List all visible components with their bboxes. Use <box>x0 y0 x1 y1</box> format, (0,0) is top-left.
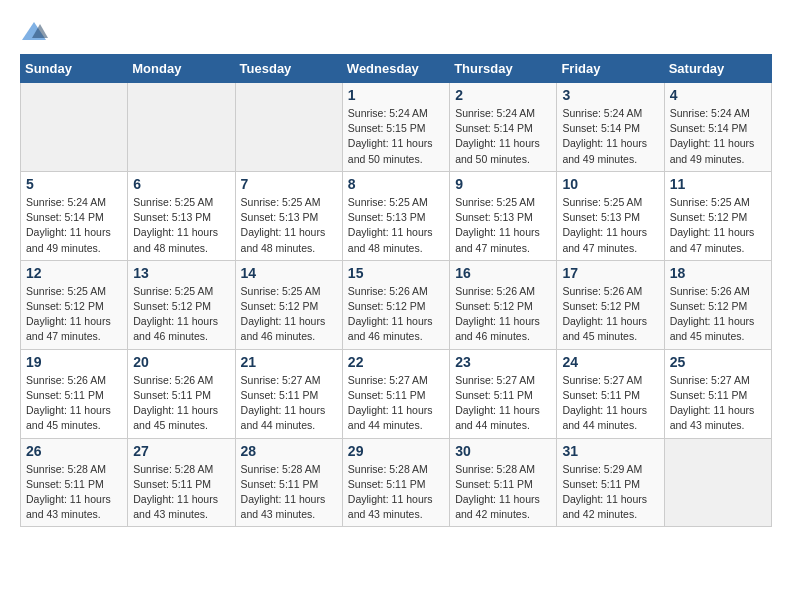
day-info: Sunrise: 5:26 AM Sunset: 5:12 PM Dayligh… <box>670 284 766 345</box>
calendar-cell <box>21 83 128 172</box>
calendar-cell: 14Sunrise: 5:25 AM Sunset: 5:12 PM Dayli… <box>235 260 342 349</box>
day-number: 12 <box>26 265 122 281</box>
day-number: 14 <box>241 265 337 281</box>
page-header <box>20 20 772 44</box>
day-number: 15 <box>348 265 444 281</box>
day-number: 19 <box>26 354 122 370</box>
calendar-cell: 16Sunrise: 5:26 AM Sunset: 5:12 PM Dayli… <box>450 260 557 349</box>
weekday-header: Friday <box>557 55 664 83</box>
calendar-cell: 27Sunrise: 5:28 AM Sunset: 5:11 PM Dayli… <box>128 438 235 527</box>
day-number: 27 <box>133 443 229 459</box>
day-info: Sunrise: 5:25 AM Sunset: 5:13 PM Dayligh… <box>562 195 658 256</box>
day-number: 22 <box>348 354 444 370</box>
calendar-cell: 28Sunrise: 5:28 AM Sunset: 5:11 PM Dayli… <box>235 438 342 527</box>
calendar-week-row: 26Sunrise: 5:28 AM Sunset: 5:11 PM Dayli… <box>21 438 772 527</box>
calendar-cell: 9Sunrise: 5:25 AM Sunset: 5:13 PM Daylig… <box>450 171 557 260</box>
calendar-cell: 30Sunrise: 5:28 AM Sunset: 5:11 PM Dayli… <box>450 438 557 527</box>
day-number: 17 <box>562 265 658 281</box>
day-number: 24 <box>562 354 658 370</box>
day-number: 5 <box>26 176 122 192</box>
calendar-cell: 5Sunrise: 5:24 AM Sunset: 5:14 PM Daylig… <box>21 171 128 260</box>
day-info: Sunrise: 5:25 AM Sunset: 5:12 PM Dayligh… <box>670 195 766 256</box>
day-number: 18 <box>670 265 766 281</box>
weekday-header: Tuesday <box>235 55 342 83</box>
weekday-header: Wednesday <box>342 55 449 83</box>
day-info: Sunrise: 5:26 AM Sunset: 5:11 PM Dayligh… <box>133 373 229 434</box>
day-number: 6 <box>133 176 229 192</box>
calendar-cell: 19Sunrise: 5:26 AM Sunset: 5:11 PM Dayli… <box>21 349 128 438</box>
day-info: Sunrise: 5:24 AM Sunset: 5:14 PM Dayligh… <box>26 195 122 256</box>
day-number: 11 <box>670 176 766 192</box>
day-info: Sunrise: 5:28 AM Sunset: 5:11 PM Dayligh… <box>26 462 122 523</box>
day-number: 29 <box>348 443 444 459</box>
day-number: 21 <box>241 354 337 370</box>
calendar-cell: 11Sunrise: 5:25 AM Sunset: 5:12 PM Dayli… <box>664 171 771 260</box>
day-number: 30 <box>455 443 551 459</box>
calendar-cell: 6Sunrise: 5:25 AM Sunset: 5:13 PM Daylig… <box>128 171 235 260</box>
calendar-cell: 17Sunrise: 5:26 AM Sunset: 5:12 PM Dayli… <box>557 260 664 349</box>
calendar-cell: 25Sunrise: 5:27 AM Sunset: 5:11 PM Dayli… <box>664 349 771 438</box>
day-info: Sunrise: 5:26 AM Sunset: 5:12 PM Dayligh… <box>562 284 658 345</box>
day-info: Sunrise: 5:26 AM Sunset: 5:12 PM Dayligh… <box>455 284 551 345</box>
calendar-cell: 26Sunrise: 5:28 AM Sunset: 5:11 PM Dayli… <box>21 438 128 527</box>
calendar-cell: 23Sunrise: 5:27 AM Sunset: 5:11 PM Dayli… <box>450 349 557 438</box>
day-info: Sunrise: 5:25 AM Sunset: 5:12 PM Dayligh… <box>241 284 337 345</box>
day-number: 13 <box>133 265 229 281</box>
day-info: Sunrise: 5:27 AM Sunset: 5:11 PM Dayligh… <box>455 373 551 434</box>
day-info: Sunrise: 5:27 AM Sunset: 5:11 PM Dayligh… <box>348 373 444 434</box>
day-info: Sunrise: 5:24 AM Sunset: 5:14 PM Dayligh… <box>562 106 658 167</box>
day-number: 25 <box>670 354 766 370</box>
calendar-cell: 31Sunrise: 5:29 AM Sunset: 5:11 PM Dayli… <box>557 438 664 527</box>
day-info: Sunrise: 5:25 AM Sunset: 5:13 PM Dayligh… <box>133 195 229 256</box>
weekday-header: Monday <box>128 55 235 83</box>
calendar-cell: 2Sunrise: 5:24 AM Sunset: 5:14 PM Daylig… <box>450 83 557 172</box>
calendar-cell <box>128 83 235 172</box>
day-number: 9 <box>455 176 551 192</box>
day-number: 26 <box>26 443 122 459</box>
day-info: Sunrise: 5:25 AM Sunset: 5:12 PM Dayligh… <box>26 284 122 345</box>
calendar-week-row: 12Sunrise: 5:25 AM Sunset: 5:12 PM Dayli… <box>21 260 772 349</box>
day-info: Sunrise: 5:28 AM Sunset: 5:11 PM Dayligh… <box>348 462 444 523</box>
calendar-header-row: SundayMondayTuesdayWednesdayThursdayFrid… <box>21 55 772 83</box>
day-number: 28 <box>241 443 337 459</box>
weekday-header: Sunday <box>21 55 128 83</box>
day-info: Sunrise: 5:25 AM Sunset: 5:13 PM Dayligh… <box>455 195 551 256</box>
calendar-week-row: 1Sunrise: 5:24 AM Sunset: 5:15 PM Daylig… <box>21 83 772 172</box>
day-number: 3 <box>562 87 658 103</box>
calendar-cell: 12Sunrise: 5:25 AM Sunset: 5:12 PM Dayli… <box>21 260 128 349</box>
calendar-cell: 18Sunrise: 5:26 AM Sunset: 5:12 PM Dayli… <box>664 260 771 349</box>
day-info: Sunrise: 5:29 AM Sunset: 5:11 PM Dayligh… <box>562 462 658 523</box>
day-info: Sunrise: 5:26 AM Sunset: 5:12 PM Dayligh… <box>348 284 444 345</box>
calendar-cell: 10Sunrise: 5:25 AM Sunset: 5:13 PM Dayli… <box>557 171 664 260</box>
weekday-header: Thursday <box>450 55 557 83</box>
calendar-cell: 13Sunrise: 5:25 AM Sunset: 5:12 PM Dayli… <box>128 260 235 349</box>
day-info: Sunrise: 5:27 AM Sunset: 5:11 PM Dayligh… <box>562 373 658 434</box>
day-info: Sunrise: 5:27 AM Sunset: 5:11 PM Dayligh… <box>241 373 337 434</box>
day-number: 10 <box>562 176 658 192</box>
day-info: Sunrise: 5:25 AM Sunset: 5:13 PM Dayligh… <box>348 195 444 256</box>
day-info: Sunrise: 5:25 AM Sunset: 5:12 PM Dayligh… <box>133 284 229 345</box>
day-info: Sunrise: 5:28 AM Sunset: 5:11 PM Dayligh… <box>455 462 551 523</box>
day-number: 1 <box>348 87 444 103</box>
day-info: Sunrise: 5:27 AM Sunset: 5:11 PM Dayligh… <box>670 373 766 434</box>
day-info: Sunrise: 5:25 AM Sunset: 5:13 PM Dayligh… <box>241 195 337 256</box>
day-number: 8 <box>348 176 444 192</box>
day-number: 4 <box>670 87 766 103</box>
logo <box>20 20 50 44</box>
calendar-cell: 24Sunrise: 5:27 AM Sunset: 5:11 PM Dayli… <box>557 349 664 438</box>
calendar-cell: 4Sunrise: 5:24 AM Sunset: 5:14 PM Daylig… <box>664 83 771 172</box>
day-number: 7 <box>241 176 337 192</box>
weekday-header: Saturday <box>664 55 771 83</box>
calendar-week-row: 19Sunrise: 5:26 AM Sunset: 5:11 PM Dayli… <box>21 349 772 438</box>
logo-icon <box>20 20 48 44</box>
day-number: 2 <box>455 87 551 103</box>
calendar-cell: 21Sunrise: 5:27 AM Sunset: 5:11 PM Dayli… <box>235 349 342 438</box>
day-number: 16 <box>455 265 551 281</box>
calendar-cell: 8Sunrise: 5:25 AM Sunset: 5:13 PM Daylig… <box>342 171 449 260</box>
calendar-cell: 1Sunrise: 5:24 AM Sunset: 5:15 PM Daylig… <box>342 83 449 172</box>
calendar-cell: 20Sunrise: 5:26 AM Sunset: 5:11 PM Dayli… <box>128 349 235 438</box>
calendar-cell <box>235 83 342 172</box>
calendar-cell <box>664 438 771 527</box>
day-number: 20 <box>133 354 229 370</box>
day-info: Sunrise: 5:24 AM Sunset: 5:14 PM Dayligh… <box>670 106 766 167</box>
